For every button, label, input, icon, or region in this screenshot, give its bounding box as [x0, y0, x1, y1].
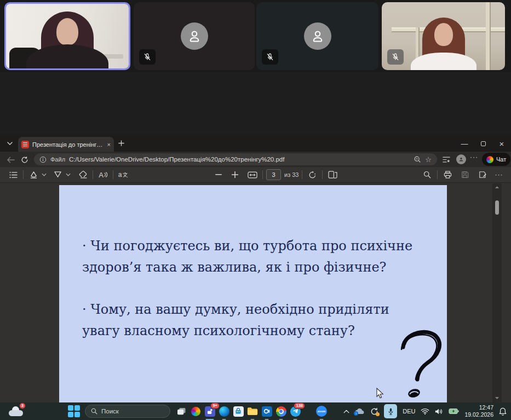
file-protocol-label: Файл [50, 156, 65, 163]
tab-title: Презентація до тренінгу .pdf [32, 141, 104, 148]
participant-tile-4[interactable] [382, 2, 505, 70]
rotate-icon[interactable] [306, 168, 319, 181]
translate-icon[interactable]: a [117, 168, 130, 181]
screen: Презентація до тренінгу .pdf × — × Фа [0, 0, 511, 420]
pdf-search-icon[interactable] [421, 168, 434, 181]
profile-avatar[interactable] [456, 154, 466, 164]
presentation-slide: · Чи погоджуєтесь ви, що турбота про пси… [59, 185, 447, 402]
copilot-chat-label: Чат [496, 156, 506, 163]
store-icon [233, 406, 244, 417]
print-icon[interactable] [441, 168, 454, 181]
highlighter-dropdown-chevron-icon[interactable] [40, 168, 48, 181]
telegram-badge: 138 [294, 402, 305, 409]
zoom-indicator-icon[interactable] [414, 156, 421, 163]
tab-close-icon[interactable]: × [107, 141, 111, 148]
search-icon [91, 408, 97, 415]
pdf-toolbar: A a 3 из 33 [0, 167, 511, 183]
tray-expand-chevron-icon[interactable] [343, 410, 349, 413]
page-number-input[interactable]: 3 [266, 169, 281, 180]
read-aloud-icon[interactable]: A [96, 168, 110, 181]
date: 19.02.2026 [464, 411, 493, 418]
active-microphone-indicator[interactable] [384, 404, 397, 418]
window-close-button[interactable]: × [492, 136, 511, 151]
clock[interactable]: 12:47 19.02.2026 [464, 404, 493, 418]
highlighter-icon[interactable] [27, 168, 40, 181]
weather-widget[interactable]: 3 [9, 404, 23, 418]
copilot-icon [486, 156, 493, 163]
zoom-app-button[interactable]: zoom [314, 404, 329, 418]
start-button[interactable] [67, 404, 81, 418]
copilot-icon [191, 407, 200, 416]
info-icon [39, 156, 47, 163]
telegram-button[interactable]: 138 [288, 404, 302, 418]
scroll-down-icon[interactable] [495, 396, 499, 400]
outlook-button[interactable] [260, 404, 274, 418]
wifi-icon[interactable] [421, 408, 429, 415]
teams-button[interactable]: 9+ [203, 404, 217, 418]
taskbar-search-input[interactable]: Поиск [85, 405, 170, 418]
edge-button[interactable] [217, 404, 231, 418]
pdf-more-icon[interactable]: ··· [492, 168, 506, 181]
toc-icon[interactable] [7, 168, 20, 181]
outlook-icon [262, 406, 272, 417]
fit-to-width-icon[interactable] [246, 168, 259, 181]
time: 12:47 [464, 404, 493, 411]
copilot-taskbar-button[interactable] [188, 404, 203, 418]
slide-bullet-2: · Чому, на вашу думку, необхідно приділя… [82, 299, 427, 342]
task-view-button[interactable] [174, 404, 188, 418]
zoom-app-icon: zoom [316, 406, 327, 417]
pdf-file-icon [21, 141, 29, 148]
participant-4-muted-mic-icon [387, 49, 404, 65]
language-indicator[interactable]: DEU [403, 408, 415, 415]
reload-icon[interactable] [21, 156, 28, 164]
eraser-icon[interactable] [76, 168, 89, 181]
notification-bell-icon[interactable] [499, 407, 507, 416]
scrollbar-thumb[interactable] [495, 200, 499, 215]
save-icon[interactable] [458, 168, 472, 181]
url-omnibox[interactable]: Файл C:/Users/Valerie/OneDrive/Desktop/П… [34, 153, 437, 165]
participant-3-avatar-icon [304, 22, 331, 50]
new-tab-button[interactable] [117, 139, 125, 147]
pen-dropdown-chevron-icon[interactable] [64, 168, 72, 181]
onedrive-icon[interactable]: i [355, 408, 365, 415]
pdf-scrollbar[interactable] [492, 183, 502, 402]
back-icon[interactable] [7, 157, 15, 163]
copilot-chat-button[interactable]: Чат [482, 153, 510, 166]
windows-logo-icon [68, 405, 80, 417]
participant-tile-1-active-speaker[interactable] [4, 2, 130, 70]
pen-icon[interactable] [51, 168, 64, 181]
meeting-video-strip [0, 0, 511, 72]
window-restore-button[interactable] [474, 136, 492, 151]
slide-bullet-1: · Чи погоджуєтесь ви, що турбота про пси… [82, 235, 427, 278]
zoom-out-icon[interactable] [212, 168, 225, 181]
browser-tab[interactable]: Презентація до тренінгу .pdf × [18, 137, 114, 152]
file-explorer-button[interactable] [245, 404, 260, 418]
volume-icon[interactable] [435, 408, 443, 415]
tab-strip: Презентація до тренінгу .pdf × — × [0, 135, 511, 152]
scroll-up-icon[interactable] [495, 186, 499, 189]
save-as-icon[interactable] [476, 168, 489, 181]
pdf-viewport[interactable]: · Чи погоджуєтесь ви, що турбота про пси… [0, 183, 502, 402]
participant-tile-3[interactable] [256, 2, 378, 70]
slide-text-block: · Чи погоджуєтесь ви, що турбота про пси… [82, 235, 427, 342]
system-tray: i DEU 12:47 19.02.2026 [343, 404, 511, 418]
window-minimize-button[interactable]: — [455, 136, 474, 151]
tab-search-chevron-icon[interactable] [5, 139, 14, 148]
store-button[interactable] [231, 404, 245, 418]
question-mark-drawing [393, 326, 448, 402]
zoom-in-icon[interactable] [228, 168, 242, 181]
participant-tile-2[interactable] [134, 2, 255, 70]
chrome-icon [276, 406, 286, 417]
favorite-star-icon[interactable]: ☆ [425, 156, 432, 164]
page-view-icon[interactable] [326, 168, 339, 181]
browser-menu-icon[interactable]: ··· [470, 153, 478, 161]
task-view-icon [177, 407, 186, 416]
address-bar: Файл C:/Users/Valerie/OneDrive/Desktop/П… [0, 152, 511, 167]
sync-update-icon[interactable] [370, 407, 378, 416]
url-text: C:/Users/Valerie/OneDrive/Desktop/Презен… [69, 156, 410, 163]
chrome-button[interactable] [274, 404, 288, 418]
file-explorer-icon [247, 407, 258, 416]
battery-icon[interactable] [449, 408, 459, 415]
participant-2-avatar-icon [181, 22, 208, 50]
collections-icon[interactable] [443, 156, 450, 163]
